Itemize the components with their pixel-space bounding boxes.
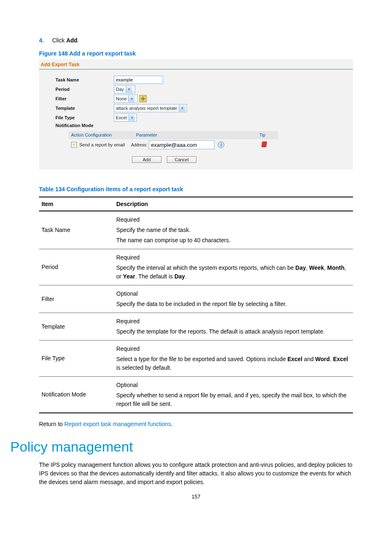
file-type-select[interactable]: Excel▼ (114, 114, 137, 122)
col-parameter: Parameter (134, 131, 257, 139)
label-notification: Notification Mode (55, 123, 114, 128)
panel-title: Add Export Task (39, 59, 353, 70)
table-item: Notification Mode (39, 377, 114, 413)
config-table: Item Description Task NameRequiredSpecif… (39, 197, 353, 413)
period-value: Day (116, 87, 124, 92)
th-description: Description (114, 197, 353, 211)
col-tip: Tip (257, 131, 278, 139)
label-template: Template (55, 106, 114, 111)
figure-caption: Figure 148 Add a report export task (39, 50, 353, 57)
label-task-name: Task Name (55, 77, 114, 82)
period-select[interactable]: Day▼ (114, 85, 135, 93)
add-filter-icon[interactable] (139, 95, 147, 102)
return-link[interactable]: Report export task management functions (64, 421, 171, 427)
tip-icon[interactable] (261, 141, 267, 147)
step-text-post: . (77, 37, 79, 44)
section-heading: Policy management (10, 439, 353, 455)
notification-table: Action Configuration Parameter Tip ✓ Sen… (69, 131, 278, 151)
address-label: Address: (131, 143, 147, 147)
chevron-down-icon: ▼ (128, 95, 135, 102)
th-item: Item (39, 197, 114, 211)
step-number: 4. (39, 37, 51, 44)
table-item: Period (39, 249, 114, 285)
template-select[interactable]: attack analysis report template▼ (114, 104, 187, 112)
file-type-value: Excel (116, 115, 127, 120)
table-desc: RequiredSpecify the name of the task.The… (114, 211, 353, 249)
chevron-down-icon: ▼ (126, 86, 132, 93)
table-desc: RequiredSpecify the template for the rep… (114, 313, 353, 341)
address-input[interactable] (149, 140, 214, 149)
col-action-config: Action Configuration (69, 131, 134, 139)
step-4: 4. Click Add. (39, 37, 353, 44)
add-button[interactable]: Add (132, 156, 161, 163)
table-item: Filter (39, 285, 114, 313)
section-body: The IPS policy management function allow… (39, 461, 353, 487)
filter-value: None (116, 96, 127, 101)
table-item: File Type (39, 341, 114, 377)
send-report-label: Send a report by email (79, 142, 125, 147)
return-line: Return to Report export task management … (39, 421, 353, 427)
table-item: Template (39, 313, 114, 341)
table-item: Task Name (39, 211, 114, 249)
table-desc: RequiredSpecify the interval at which th… (114, 249, 353, 285)
step-text-bold: Add (66, 37, 77, 44)
page-number: 157 (0, 494, 392, 500)
table-desc: RequiredSelect a type for the file to be… (114, 341, 353, 377)
info-icon[interactable]: i (218, 141, 224, 148)
table-desc: OptionalSpecify the data to be included … (114, 285, 353, 313)
return-pre: Return to (39, 421, 64, 427)
filter-select[interactable]: None▼ (114, 95, 138, 103)
send-report-checkbox[interactable]: ✓ (71, 142, 77, 148)
task-name-input[interactable] (114, 76, 163, 84)
return-post: . (171, 421, 173, 427)
cancel-button[interactable]: Cancel (167, 156, 196, 163)
table-desc: OptionalSpecify whether to send a report… (114, 377, 353, 413)
table-caption: Table 134 Configuration items of a repor… (39, 186, 353, 192)
label-file-type: File Type (55, 115, 114, 120)
label-period: Period (55, 87, 114, 92)
chevron-down-icon: ▼ (179, 105, 185, 111)
template-value: attack analysis report template (116, 106, 177, 111)
chevron-down-icon: ▼ (129, 114, 135, 121)
step-text-pre: Click (52, 37, 66, 44)
label-filter: Filter (55, 96, 114, 101)
screenshot-add-export-task: Add Export Task Task Name Period Day▼ Fi… (39, 59, 353, 169)
